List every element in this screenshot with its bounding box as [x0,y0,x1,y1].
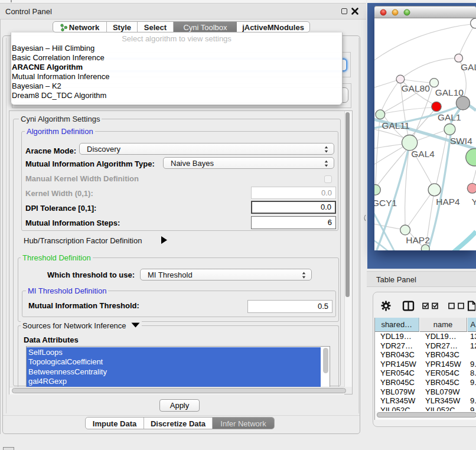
svg-text:GAL1: GAL1 [438,112,461,122]
svg-text:GAL4: GAL4 [411,149,435,159]
svg-text:SWI4: SWI4 [450,136,472,146]
svg-text:GAL11: GAL11 [382,120,409,131]
svg-text:HAP4: HAP4 [436,197,460,207]
svg-text:GAL10: GAL10 [435,87,464,97]
svg-text:GAL80: GAL80 [402,83,431,93]
svg-text:HAP2: HAP2 [406,235,430,245]
svg-text:Y: Y [472,197,476,207]
svg-text:GCY1: GCY1 [374,198,397,208]
svg-text:GAL7: GAL7 [461,62,476,72]
